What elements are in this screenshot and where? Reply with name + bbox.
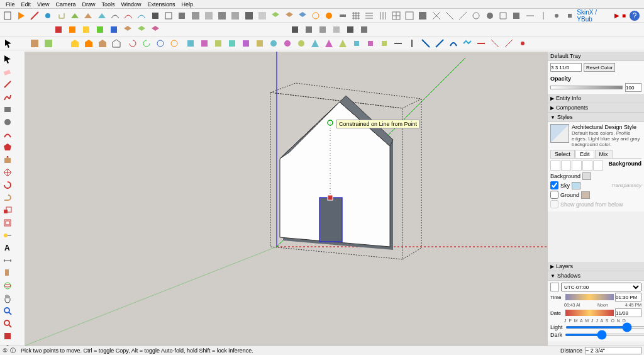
lt-section[interactable] [2, 330, 13, 342]
face-3[interactable] [96, 37, 109, 50]
tool-misc1[interactable] [309, 9, 321, 22]
lt-text[interactable]: A [2, 242, 13, 254]
tool-pat7[interactable] [511, 9, 523, 22]
lt-polygon[interactable] [2, 142, 13, 153]
opacity-slider[interactable] [550, 86, 623, 89]
tool-misc3[interactable] [336, 9, 348, 22]
ext-16[interactable] [392, 37, 404, 50]
tool-layer1[interactable] [270, 9, 282, 22]
cube-green[interactable] [94, 23, 106, 36]
cube-orange[interactable] [66, 23, 79, 36]
face-1[interactable] [69, 37, 81, 50]
tool-arc3[interactable] [136, 9, 148, 22]
lt-line[interactable] [2, 79, 13, 90]
lt-zoomext[interactable] [2, 318, 13, 329]
mb-1[interactable] [550, 161, 560, 171]
lt-dim[interactable] [2, 255, 13, 266]
lt-eraser[interactable] [2, 66, 13, 77]
ext-7[interactable] [267, 37, 280, 50]
tool-s1[interactable] [149, 9, 161, 22]
tool-grid3[interactable] [377, 9, 389, 22]
tool-pat1[interactable] [430, 9, 442, 22]
tool-pencil[interactable] [29, 9, 41, 22]
viewport[interactable]: Constrained on Line from Point [25, 52, 547, 346]
menu-help[interactable]: Help [178, 1, 196, 8]
lt-offset[interactable] [2, 217, 13, 228]
cube-yellow[interactable] [80, 23, 92, 36]
ext-21[interactable] [461, 37, 474, 50]
tool-arc2[interactable] [123, 9, 135, 22]
tool-pat11[interactable] [564, 9, 576, 22]
lt-scale[interactable] [2, 205, 13, 216]
lt-freehand[interactable] [2, 91, 13, 103]
tab-mix[interactable]: Mix [595, 150, 613, 158]
light-slider[interactable] [565, 326, 644, 329]
record-icon[interactable]: ■ [622, 12, 626, 19]
tool-roof1[interactable] [69, 9, 80, 22]
tray-title[interactable]: Default Tray [548, 52, 644, 61]
tool-shade3[interactable] [216, 9, 228, 22]
ground-swatch[interactable] [581, 191, 590, 199]
cube-3[interactable] [149, 23, 162, 36]
shadows-header[interactable]: ▼Shadows [548, 271, 644, 281]
lt-tape[interactable] [2, 230, 13, 241]
lt-circle[interactable] [2, 116, 13, 128]
ext-24[interactable] [502, 37, 515, 50]
mb-5[interactable] [593, 161, 603, 171]
tool-pat2[interactable] [443, 9, 455, 22]
components-header[interactable]: ▶Components [548, 103, 644, 113]
tool-new[interactable] [2, 9, 14, 22]
tool-shade6[interactable] [256, 9, 268, 22]
menu-file[interactable]: File [3, 1, 18, 8]
rot-2[interactable] [140, 37, 153, 50]
tool-layer2[interactable] [283, 9, 295, 22]
ext-12[interactable] [336, 37, 349, 50]
tool-pat8[interactable] [524, 9, 536, 22]
ext-20[interactable] [447, 37, 460, 50]
ext-14[interactable] [364, 37, 377, 50]
time-value[interactable] [615, 293, 641, 301]
box-6[interactable] [358, 23, 370, 36]
menu-edit[interactable]: Edit [18, 1, 35, 8]
tool-play[interactable] [15, 9, 27, 22]
ext-11[interactable] [323, 37, 335, 50]
tool-pat9[interactable] [537, 9, 549, 22]
lt-rect[interactable] [2, 104, 13, 115]
lt-rotate[interactable] [2, 179, 13, 191]
lt-pushpull[interactable] [2, 154, 13, 166]
box-2[interactable] [303, 23, 315, 36]
reset-color-button[interactable]: Reset Color [584, 63, 615, 72]
ground-check[interactable] [550, 191, 558, 199]
box-3[interactable] [316, 23, 329, 36]
ext-17[interactable] [406, 37, 418, 50]
rot-3[interactable] [154, 37, 167, 50]
tool-roof2[interactable] [82, 9, 94, 22]
tab-edit[interactable]: Edit [575, 150, 594, 158]
status-icon-1[interactable]: ① [3, 347, 8, 354]
rot-4[interactable] [168, 37, 180, 50]
mb-2[interactable] [561, 161, 571, 171]
date-value[interactable] [615, 308, 641, 317]
ext-15[interactable] [378, 37, 391, 50]
tool-pat5[interactable] [484, 9, 496, 22]
cube-blue[interactable] [108, 23, 120, 36]
ext-8[interactable] [281, 37, 294, 50]
lt-pan[interactable] [2, 293, 13, 304]
tool-grid2[interactable] [364, 9, 375, 22]
styles-header[interactable]: ▼Styles [548, 113, 644, 122]
menu-draw[interactable]: Draw [79, 1, 98, 8]
ext-18[interactable] [419, 37, 432, 50]
tool-misc2[interactable] [323, 9, 335, 22]
comp-1[interactable] [28, 37, 41, 50]
select-arrow[interactable] [2, 37, 14, 50]
tab-select[interactable]: Select [550, 150, 575, 158]
ext-10[interactable] [309, 37, 321, 50]
tz-select[interactable]: UTC-07:00 [561, 283, 641, 291]
shadow-toggle[interactable] [550, 283, 559, 291]
sky-swatch[interactable] [572, 182, 580, 189]
ext-4[interactable] [226, 37, 238, 50]
tool-pat6[interactable] [497, 9, 509, 22]
ext-1[interactable] [184, 37, 197, 50]
tool-grid5[interactable] [403, 9, 415, 22]
tool-arc1[interactable] [109, 9, 121, 22]
